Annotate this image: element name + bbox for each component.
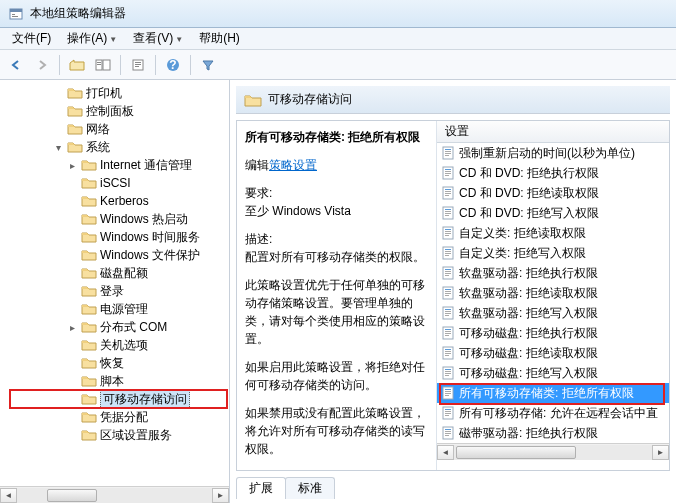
forward-button[interactable] (30, 53, 54, 77)
svg-rect-50 (445, 289, 451, 290)
list-item[interactable]: 软盘驱动器: 拒绝读取权限 (437, 283, 669, 303)
expand-icon[interactable]: ▾ (52, 142, 64, 153)
tree-node[interactable]: 凭据分配 (10, 408, 227, 426)
svg-rect-52 (445, 293, 451, 294)
list-hscroll[interactable]: ◄ ► (437, 443, 669, 460)
show-hide-tree-button[interactable] (91, 53, 115, 77)
list-item[interactable]: CD 和 DVD: 拒绝写入权限 (437, 203, 669, 223)
folder-icon (81, 176, 97, 190)
svg-rect-40 (445, 249, 451, 250)
list-item[interactable]: 自定义类: 拒绝写入权限 (437, 243, 669, 263)
tab-extended[interactable]: 扩展 (236, 477, 286, 499)
tree-label: 区域设置服务 (100, 427, 172, 444)
folder-icon (81, 230, 97, 244)
tree-node[interactable]: ▾系统 (10, 138, 227, 156)
list-item[interactable]: 所有可移动存储: 允许在远程会话中直 (437, 403, 669, 423)
svg-rect-1 (10, 9, 22, 12)
svg-rect-87 (445, 433, 451, 434)
svg-rect-77 (445, 393, 451, 394)
policy-icon (441, 406, 455, 420)
svg-rect-86 (445, 431, 451, 432)
svg-rect-63 (445, 335, 449, 336)
list-item-label: 可移动磁盘: 拒绝执行权限 (459, 325, 598, 342)
view-tabs: 扩展 标准 (236, 477, 670, 499)
scroll-left-icon[interactable]: ◄ (437, 445, 454, 460)
tree-node[interactable]: 网络 (10, 120, 227, 138)
menu-action[interactable]: 操作(A)▼ (59, 28, 125, 49)
expand-icon[interactable]: ▸ (66, 322, 78, 333)
tree-node[interactable]: 磁盘配额 (10, 264, 227, 282)
folder-icon (67, 86, 83, 100)
svg-rect-17 (445, 153, 451, 154)
menu-view[interactable]: 查看(V)▼ (125, 28, 191, 49)
list-item[interactable]: CD 和 DVD: 拒绝执行权限 (437, 163, 669, 183)
list-item[interactable]: 强制重新启动的时间(以秒为单位) (437, 143, 669, 163)
tree-node[interactable]: 可移动存储访问 (10, 390, 227, 408)
svg-rect-62 (445, 333, 451, 334)
tree-node[interactable]: Windows 热启动 (10, 210, 227, 228)
title-bar: 本地组策略编辑器 (0, 0, 676, 28)
policy-icon (441, 366, 455, 380)
tree-pane: 打印机控制面板网络▾系统▸Internet 通信管理iSCSIKerberosW… (0, 80, 230, 503)
list-item[interactable]: 可移动磁盘: 拒绝写入权限 (437, 363, 669, 383)
tree-node[interactable]: 脚本 (10, 372, 227, 390)
up-button[interactable] (65, 53, 89, 77)
detail-header: 可移动存储访问 (236, 86, 670, 114)
scroll-right-icon[interactable]: ► (652, 445, 669, 460)
list-item[interactable]: 可移动磁盘: 拒绝读取权限 (437, 343, 669, 363)
list-item[interactable]: 软盘驱动器: 拒绝写入权限 (437, 303, 669, 323)
tree-node[interactable]: Kerberos (10, 192, 227, 210)
tree-label: 凭据分配 (100, 409, 148, 426)
scroll-left-icon[interactable]: ◄ (0, 488, 17, 503)
svg-rect-22 (445, 173, 451, 174)
list-item-label: 所有可移动存储: 允许在远程会话中直 (459, 405, 658, 422)
tree-node[interactable]: 区域设置服务 (10, 426, 227, 444)
settings-list: 设置 强制重新启动的时间(以秒为单位)CD 和 DVD: 拒绝执行权限CD 和 … (437, 121, 669, 470)
tree-node[interactable]: Windows 时间服务 (10, 228, 227, 246)
list-item[interactable]: 可移动磁盘: 拒绝执行权限 (437, 323, 669, 343)
svg-rect-56 (445, 311, 451, 312)
svg-rect-2 (12, 14, 15, 15)
tree-node[interactable]: 电源管理 (10, 300, 227, 318)
tree-node[interactable]: Windows 文件保护 (10, 246, 227, 264)
tree-label: iSCSI (100, 176, 131, 190)
tree-node[interactable]: 恢复 (10, 354, 227, 372)
tree-node[interactable]: ▸Internet 通信管理 (10, 156, 227, 174)
help-button[interactable]: ? (161, 53, 185, 77)
policy-icon (441, 426, 455, 440)
tree-node[interactable]: ▸分布式 COM (10, 318, 227, 336)
svg-rect-55 (445, 309, 451, 310)
filter-button[interactable] (196, 53, 220, 77)
tree-node[interactable]: 打印机 (10, 84, 227, 102)
expand-icon[interactable]: ▸ (66, 160, 78, 171)
svg-rect-31 (445, 211, 451, 212)
scroll-right-icon[interactable]: ► (212, 488, 229, 503)
list-header-setting[interactable]: 设置 (437, 121, 669, 143)
tab-standard[interactable]: 标准 (285, 477, 335, 499)
tree-node[interactable]: 控制面板 (10, 102, 227, 120)
tree-node[interactable]: 关机选项 (10, 336, 227, 354)
properties-button[interactable] (126, 53, 150, 77)
tree-label: 控制面板 (86, 103, 134, 120)
tree-node[interactable]: 登录 (10, 282, 227, 300)
folder-icon (81, 266, 97, 280)
policy-icon (441, 346, 455, 360)
back-button[interactable] (4, 53, 28, 77)
folder-icon (67, 104, 83, 118)
menu-help[interactable]: 帮助(H) (191, 28, 248, 49)
list-item[interactable]: CD 和 DVD: 拒绝读取权限 (437, 183, 669, 203)
list-item[interactable]: 自定义类: 拒绝读取权限 (437, 223, 669, 243)
list-item[interactable]: 磁带驱动器: 拒绝执行权限 (437, 423, 669, 443)
tree-label: 电源管理 (100, 301, 148, 318)
policy-icon (441, 206, 455, 220)
tree-hscroll[interactable]: ◄ ► (0, 486, 229, 503)
edit-policy-link[interactable]: 策略设置 (269, 158, 317, 172)
svg-rect-83 (445, 415, 449, 416)
list-item[interactable]: 所有可移动存储类: 拒绝所有权限 (437, 383, 669, 403)
tree-node[interactable]: iSCSI (10, 174, 227, 192)
svg-rect-25 (445, 189, 451, 190)
svg-rect-53 (445, 295, 449, 296)
svg-rect-20 (445, 169, 451, 170)
menu-file[interactable]: 文件(F) (4, 28, 59, 49)
list-item[interactable]: 软盘驱动器: 拒绝执行权限 (437, 263, 669, 283)
